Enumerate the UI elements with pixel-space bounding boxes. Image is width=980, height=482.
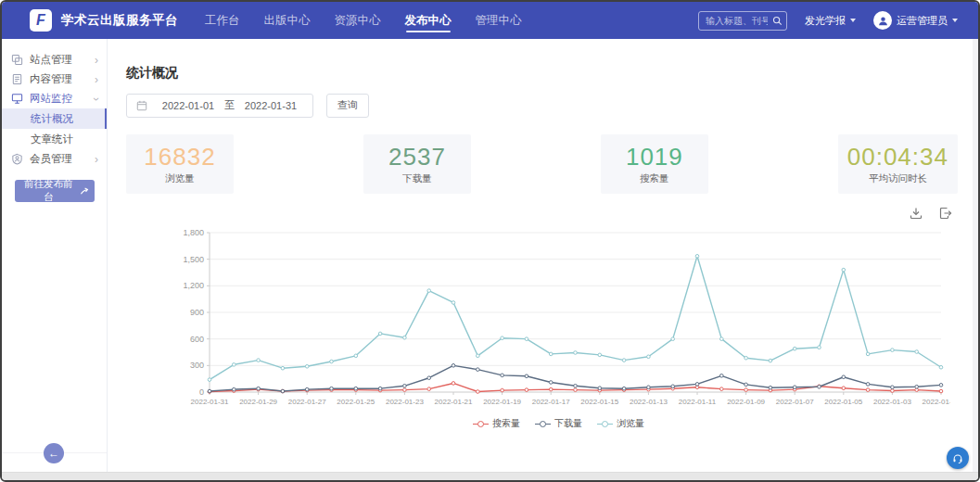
main-content: 统计概况 2022-01-01 至 2022-01-31 查询 16832 浏览…	[108, 39, 978, 473]
search-wrap	[698, 11, 787, 31]
svg-text:2022-01-21: 2022-01-21	[435, 398, 473, 406]
service-float-button[interactable]	[947, 447, 969, 469]
date-separator: 至	[224, 98, 235, 112]
sidebar-item-site-monitoring[interactable]: 网站监控 ›	[2, 89, 107, 108]
stat-card-downloads: 2537 下载量	[363, 134, 471, 195]
sidebar-item-site-management[interactable]: 站点管理 ›	[2, 50, 107, 70]
user-name-label: 运营管理员	[897, 14, 948, 28]
sidebar-item-label: 会员管理	[30, 152, 72, 166]
content-icon	[11, 73, 23, 85]
legend-item-浏览量[interactable]: 浏览量	[597, 417, 644, 430]
app-title: 学术云出版服务平台	[61, 12, 178, 29]
sidebar-item-label: 网站监控	[30, 92, 72, 106]
topbar: F 学术云出版服务平台 工作台 出版中心 资源中心 发布中心 管理中心 发光学报	[2, 2, 978, 39]
app-window: F 学术云出版服务平台 工作台 出版中心 资源中心 发布中心 管理中心 发光学报	[0, 0, 980, 482]
svg-text:2022-01-17: 2022-01-17	[532, 398, 570, 406]
svg-text:600: 600	[190, 335, 204, 344]
portal-button-label: 前往发布前台	[20, 178, 76, 204]
sidebar-collapse-button[interactable]: ←	[44, 443, 64, 463]
svg-text:1,500: 1,500	[183, 255, 204, 264]
chevron-right-icon: ›	[95, 55, 98, 66]
chart-tools	[126, 207, 958, 220]
svg-text:300: 300	[190, 362, 204, 371]
legend-label: 浏览量	[617, 417, 644, 430]
stat-card-searches: 1019 搜索量	[601, 134, 708, 195]
search-icon[interactable]	[772, 16, 783, 26]
sidebar-item-label: 内容管理	[30, 72, 72, 86]
chevron-right-icon: ›	[95, 74, 98, 85]
nav-item-workbench[interactable]: 工作台	[205, 2, 240, 39]
arrow-up-right-icon	[80, 186, 89, 196]
avatar	[873, 11, 892, 30]
headset-icon	[952, 452, 963, 464]
svg-text:2022-01-31: 2022-01-31	[191, 398, 229, 406]
stat-label: 浏览量	[135, 172, 224, 185]
date-range-picker[interactable]: 2022-01-01 至 2022-01-31	[126, 94, 313, 118]
svg-text:0: 0	[199, 387, 204, 397]
sidebar-subitem-label: 文章统计	[31, 133, 73, 146]
chart-block: 03006009001,2001,5001,8002022-01-312022-…	[167, 225, 950, 430]
app-logo: F	[30, 9, 52, 32]
members-icon	[11, 153, 23, 165]
nav-item-release-center[interactable]: 发布中心	[405, 2, 452, 39]
svg-text:2022-01-15: 2022-01-15	[580, 398, 618, 406]
sidebar-subitem-label: 统计概况	[31, 112, 73, 126]
svg-text:1,800: 1,800	[183, 228, 204, 237]
svg-text:900: 900	[190, 308, 204, 317]
chevron-down-icon	[850, 19, 856, 22]
stat-value: 16832	[135, 144, 224, 171]
chevron-right-icon: ›	[95, 154, 98, 165]
svg-text:2022-01-03: 2022-01-03	[873, 398, 911, 406]
stats-row: 16832 浏览量 2537 下载量 1019 搜索量 00:04:34 平均访…	[126, 134, 958, 195]
legend-marker-icon	[473, 420, 489, 427]
chart-legend: 搜索量下载量浏览量	[167, 417, 950, 430]
user-menu-dropdown[interactable]: 运营管理员	[873, 11, 958, 30]
main-nav: 工作台 出版中心 资源中心 发布中心 管理中心	[193, 2, 534, 39]
journal-selector-label: 发光学报	[805, 14, 846, 28]
journal-selector-dropdown[interactable]: 发光学报	[805, 14, 856, 28]
sidebar-subitem-article-statistics[interactable]: 文章统计	[2, 129, 107, 149]
horizontal-scrollbar[interactable]	[2, 472, 978, 480]
vertical-scrollbar[interactable]	[973, 39, 978, 473]
svg-text:2022-01-29: 2022-01-29	[239, 398, 277, 406]
stat-value: 00:04:34	[847, 144, 948, 171]
stat-label: 搜索量	[610, 172, 699, 185]
stat-value: 1019	[610, 144, 699, 171]
page-title: 统计概况	[126, 65, 958, 82]
export-icon[interactable]	[939, 207, 952, 220]
sidebar-item-member-management[interactable]: 会员管理 ›	[2, 149, 107, 169]
nav-item-resource-center[interactable]: 资源中心	[335, 2, 381, 39]
sidebar: 站点管理 › 内容管理 › 网站监控 › 统计概况 文章统计 会员	[2, 39, 108, 473]
legend-item-搜索量[interactable]: 搜索量	[473, 417, 520, 430]
sidebar-subitem-statistics-overview[interactable]: 统计概况	[2, 108, 107, 129]
query-button[interactable]: 查询	[326, 94, 369, 118]
svg-text:2022-01-05: 2022-01-05	[824, 398, 862, 406]
monitor-icon	[11, 93, 23, 105]
portal-button[interactable]: 前往发布前台	[15, 180, 95, 202]
date-to-value[interactable]: 2022-01-31	[238, 100, 303, 111]
sidebar-item-content-management[interactable]: 内容管理 ›	[2, 70, 107, 89]
svg-text:1,200: 1,200	[183, 282, 204, 291]
nav-item-management-center[interactable]: 管理中心	[476, 2, 522, 39]
date-from-value[interactable]: 2022-01-01	[156, 100, 221, 111]
svg-text:2022-01-11: 2022-01-11	[679, 398, 717, 406]
svg-text:2022-01-25: 2022-01-25	[337, 398, 375, 406]
svg-text:2022-01-09: 2022-01-09	[727, 398, 765, 406]
logo-letter: F	[36, 12, 45, 29]
calendar-icon	[136, 100, 147, 111]
arrow-left-icon: ←	[48, 447, 59, 460]
stats-line-chart[interactable]: 03006009001,2001,5001,8002022-01-312022-…	[167, 225, 950, 411]
chevron-down-icon	[952, 19, 958, 22]
download-icon[interactable]	[910, 207, 923, 220]
svg-text:2022-01-27: 2022-01-27	[288, 398, 326, 406]
stat-card-avg-visit-duration: 00:04:34 平均访问时长	[838, 134, 958, 195]
stat-card-pageviews: 16832 浏览量	[126, 134, 234, 195]
legend-item-下载量[interactable]: 下载量	[535, 417, 582, 430]
legend-label: 下载量	[554, 417, 582, 430]
sidebar-item-label: 站点管理	[30, 53, 72, 67]
chevron-down-icon: ›	[91, 97, 102, 101]
topbar-right: 发光学报 运营管理员	[698, 11, 958, 31]
stat-value: 2537	[373, 144, 462, 171]
nav-item-publishing-center[interactable]: 出版中心	[264, 2, 311, 39]
legend-marker-icon	[535, 420, 551, 427]
